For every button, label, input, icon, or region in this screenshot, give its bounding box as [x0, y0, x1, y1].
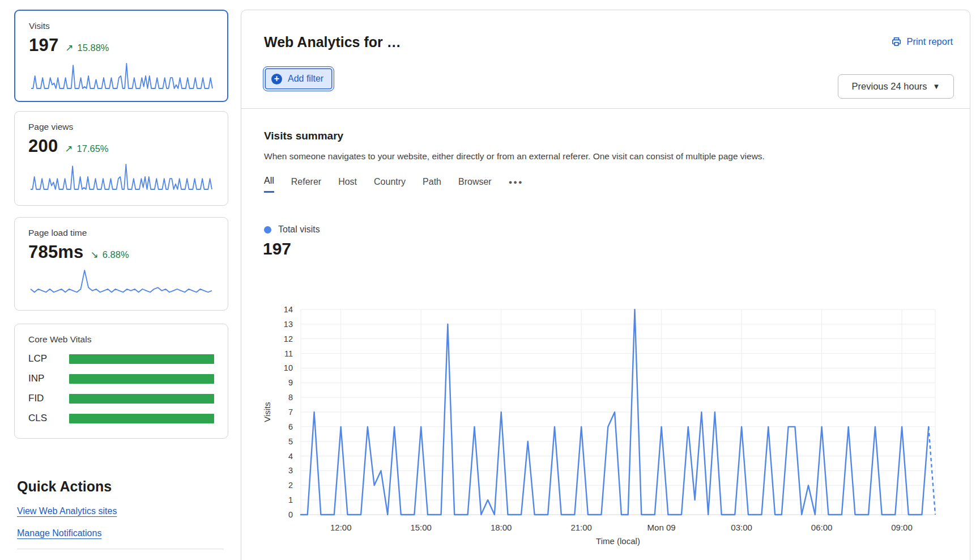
more-tabs-icon[interactable]: ●●● — [509, 179, 523, 190]
tab-referer[interactable]: Referer — [291, 177, 321, 192]
vital-name: LCP — [28, 353, 69, 364]
divider — [17, 549, 224, 549]
quick-actions-title: Quick Actions — [17, 478, 112, 495]
stat-card-value: 785ms — [28, 242, 84, 262]
stat-card-visits[interactable]: Visits 197 ↗ 15.88% — [14, 10, 228, 102]
stat-card-page-load-time[interactable]: Page load time 785ms ↘ 6.88% — [14, 217, 228, 311]
vital-bar-good — [69, 354, 214, 364]
vital-name: FID — [28, 393, 69, 404]
stat-card-label: Page views — [28, 122, 214, 132]
svg-text:21:00: 21:00 — [570, 523, 592, 532]
vital-bar-good — [69, 374, 214, 384]
vital-row-lcp: LCP — [28, 353, 214, 364]
trend-value: 15.88% — [78, 43, 109, 53]
page-title: Web Analytics for … — [264, 34, 401, 50]
add-filter-label: Add filter — [288, 74, 323, 84]
stat-card-value: 200 — [28, 136, 58, 156]
trend-value: 17.65% — [77, 143, 109, 154]
svg-text:13: 13 — [284, 320, 293, 329]
manage-notifications-link[interactable]: Manage Notifications — [17, 528, 101, 538]
vital-row-inp: INP — [28, 373, 214, 384]
vital-bar-good — [69, 414, 214, 423]
trend-up-icon: ↗ — [65, 143, 73, 155]
divider — [241, 108, 970, 109]
time-range-value: Previous 24 hours — [852, 81, 927, 92]
tab-path[interactable]: Path — [423, 177, 441, 192]
svg-text:5: 5 — [288, 437, 293, 446]
svg-text:9: 9 — [288, 378, 293, 387]
core-web-vitals-card: Core Web Vitals LCP INP FID CLS — [14, 324, 228, 439]
trend-up-icon: ↗ — [65, 42, 73, 54]
printer-icon — [891, 36, 902, 47]
svg-text:1: 1 — [288, 495, 293, 504]
svg-text:8: 8 — [288, 393, 293, 402]
print-report-link[interactable]: Print report — [891, 36, 953, 47]
trend-value: 6.88% — [103, 249, 129, 260]
stat-card-label: Visits — [29, 21, 214, 31]
visits-chart: 0123456789101112131412:0015:0018:0021:00… — [250, 304, 958, 558]
svg-text:18:00: 18:00 — [491, 523, 512, 532]
visits-summary-title: Visits summary — [264, 130, 343, 142]
visits-summary-description: When someone navigates to your website, … — [264, 151, 765, 162]
svg-text:6: 6 — [288, 422, 293, 431]
add-filter-button[interactable]: + Add filter — [263, 66, 334, 91]
dimension-tabs: All Referer Host Country Path Browser ●●… — [264, 176, 523, 193]
svg-text:09:00: 09:00 — [891, 523, 913, 532]
visits-sparkline — [29, 60, 215, 91]
svg-text:14: 14 — [284, 305, 293, 314]
svg-text:Mon 09: Mon 09 — [647, 523, 676, 532]
view-web-analytics-sites-link[interactable]: View Web Analytics sites — [17, 506, 117, 516]
stat-card-value: 197 — [29, 35, 58, 56]
tab-browser[interactable]: Browser — [458, 177, 492, 192]
svg-text:4: 4 — [288, 452, 293, 461]
stat-card-trend: ↗ 17.65% — [65, 143, 108, 155]
vital-name: CLS — [28, 413, 69, 424]
svg-text:15:00: 15:00 — [410, 523, 432, 532]
svg-text:0: 0 — [288, 510, 293, 519]
svg-text:Visits: Visits — [262, 402, 272, 422]
svg-text:2: 2 — [288, 481, 293, 490]
chart-legend: Total visits — [264, 224, 320, 235]
vital-row-fid: FID — [28, 393, 214, 404]
stat-card-trend: ↘ 6.88% — [91, 249, 129, 261]
total-visits-value: 197 — [263, 239, 291, 258]
page-views-sparkline — [28, 161, 214, 192]
legend-dot-icon — [264, 226, 271, 234]
svg-text:7: 7 — [288, 408, 293, 417]
tab-country[interactable]: Country — [374, 177, 406, 192]
stat-card-label: Page load time — [28, 228, 214, 238]
trend-down-icon: ↘ — [91, 249, 99, 261]
chevron-down-icon: ▼ — [933, 82, 940, 91]
svg-text:11: 11 — [284, 349, 293, 358]
vital-row-cls: CLS — [28, 413, 214, 424]
web-analytics-panel: Web Analytics for … Print report + Add f… — [241, 10, 970, 560]
stat-card-page-views[interactable]: Page views 200 ↗ 17.65% — [14, 111, 228, 206]
plus-circle-icon: + — [271, 74, 282, 84]
svg-text:10: 10 — [284, 363, 293, 372]
svg-text:12: 12 — [284, 334, 293, 343]
tab-all[interactable]: All — [264, 176, 274, 193]
svg-text:03:00: 03:00 — [731, 523, 752, 532]
print-report-label: Print report — [906, 36, 953, 47]
vital-bar-good — [69, 394, 214, 404]
stat-card-trend: ↗ 15.88% — [65, 42, 109, 54]
vital-name: INP — [28, 373, 69, 384]
core-web-vitals-label: Core Web Vitals — [28, 334, 214, 345]
svg-text:Time (local): Time (local) — [596, 536, 640, 546]
svg-text:3: 3 — [288, 466, 293, 475]
tab-host[interactable]: Host — [338, 177, 357, 192]
visits-line-chart: 0123456789101112131412:0015:0018:0021:00… — [250, 304, 958, 556]
legend-label: Total visits — [278, 224, 320, 235]
svg-text:12:00: 12:00 — [330, 523, 352, 532]
page-load-sparkline — [28, 267, 214, 298]
time-range-dropdown[interactable]: Previous 24 hours ▼ — [838, 74, 954, 99]
svg-text:06:00: 06:00 — [811, 523, 833, 532]
